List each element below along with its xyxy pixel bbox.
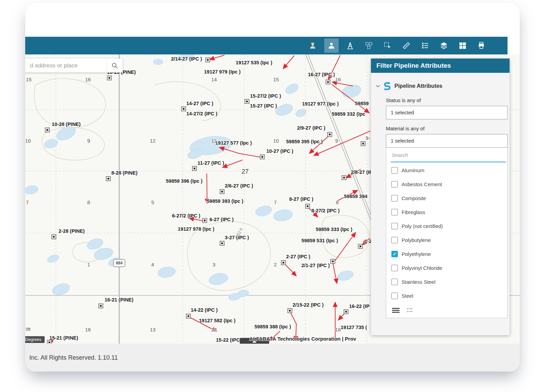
map-label: 19127 735 ( — [341, 325, 367, 330]
material-label: Polybutylene — [402, 237, 431, 243]
map-label: 6-27/2 (IPC ) — [172, 213, 200, 218]
material-option-poly-not-certified-[interactable]: Poly (not certified) — [386, 219, 507, 233]
checkbox-unchecked[interactable] — [391, 265, 398, 271]
material-option-polybutylene[interactable]: Polybutylene — [386, 233, 507, 247]
section-number: 5 — [151, 199, 154, 205]
toolbar-gap — [508, 37, 520, 54]
material-option-polyethylene[interactable]: ✓Polyethylene — [386, 247, 507, 261]
well-marker[interactable] — [107, 76, 112, 80]
material-option-stainless-steel[interactable]: Stainless Steel — [386, 275, 507, 289]
section-number: 16 — [85, 327, 91, 332]
section-number: 10 — [25, 138, 31, 144]
map-label: 59859 393 (Ipc ) — [207, 198, 243, 204]
well-marker[interactable] — [361, 141, 365, 146]
menu-button[interactable] — [392, 308, 400, 313]
section-number: 15 — [273, 77, 279, 82]
well-marker[interactable] — [260, 154, 265, 159]
checkbox-unchecked[interactable] — [391, 167, 398, 174]
map-attribution: ALFADATA Technologies Corporation | Prov — [249, 336, 356, 342]
search-input[interactable] — [25, 59, 107, 72]
well-marker[interactable] — [192, 166, 197, 171]
section-number: 4 — [151, 262, 154, 267]
field-worker-button[interactable] — [306, 38, 320, 53]
checkbox-unchecked[interactable] — [391, 237, 398, 243]
material-label: Aluminum — [402, 167, 424, 173]
well-marker[interactable] — [51, 234, 56, 239]
field-worker-icon — [308, 41, 317, 50]
scale-label: 0ft — [26, 327, 30, 332]
measure-icon — [402, 41, 411, 50]
search-button[interactable] — [107, 59, 123, 72]
material-select[interactable]: 1 selected — [386, 134, 508, 148]
layers-button[interactable] — [437, 38, 451, 53]
print-button[interactable] — [474, 38, 488, 53]
pipeline-logo-icon — [383, 82, 391, 91]
material-field-label: Material is any of — [386, 126, 510, 131]
checkbox-unchecked[interactable] — [391, 279, 398, 285]
status-select[interactable]: 1 selected — [386, 106, 508, 119]
section-number: 9 — [87, 138, 90, 144]
well-marker[interactable] — [330, 259, 335, 264]
material-option-composite[interactable]: Composite — [386, 191, 507, 205]
related-records-button[interactable] — [362, 38, 376, 53]
map-label: 19127 978 (Ipc ) — [178, 226, 214, 232]
material-list-box: AluminumAsbestos CementCompositeFibregla… — [386, 148, 508, 318]
well-marker[interactable] — [98, 304, 103, 308]
well-marker[interactable] — [220, 189, 224, 194]
well-marker[interactable] — [106, 176, 111, 181]
well-marker[interactable] — [326, 80, 330, 84]
well-marker[interactable] — [305, 204, 310, 209]
well-marker[interactable] — [47, 340, 52, 344]
material-option-asbestos-cement[interactable]: Asbestos Cement — [386, 177, 507, 191]
well-marker[interactable] — [186, 314, 191, 318]
map-label: 15-27/2 (IPC ) — [250, 93, 281, 99]
map-label: 19127 977 (Ipc ) — [302, 101, 339, 107]
well-marker[interactable] — [342, 175, 346, 180]
well-marker[interactable] — [344, 309, 348, 314]
well-marker[interactable] — [45, 128, 50, 132]
checkbox-unchecked[interactable] — [391, 293, 398, 299]
well-marker[interactable] — [220, 241, 224, 246]
checkbox-unchecked[interactable] — [391, 181, 398, 187]
section-number: 16 — [335, 327, 341, 332]
chevron-down-icon[interactable] — [376, 85, 380, 88]
oil-derrick-button[interactable] — [343, 38, 357, 53]
map-label: 15-21 (PINE) — [49, 335, 78, 341]
oil-derrick-icon — [346, 41, 355, 50]
identify-button[interactable] — [324, 38, 339, 53]
well-marker[interactable] — [327, 132, 332, 137]
pipeline-attributes-group[interactable]: Pipeline Attributes — [371, 73, 510, 91]
well-marker[interactable] — [181, 107, 186, 111]
map-label: 15-22 (IPC — [216, 337, 240, 343]
checkbox-unchecked[interactable] — [391, 223, 398, 229]
legend-button[interactable] — [418, 38, 432, 53]
map-label: 19127 582 (Ipc ) — [199, 318, 235, 323]
well-marker[interactable] — [245, 99, 249, 104]
well-marker[interactable] — [287, 308, 292, 313]
panel-title: Filter Pipeline Attributes — [371, 59, 510, 73]
well-marker[interactable] — [205, 58, 210, 62]
checkbox-unchecked[interactable] — [391, 195, 398, 201]
material-search-input[interactable] — [391, 152, 508, 158]
material-option-aluminum[interactable]: Aluminum — [386, 163, 507, 177]
filter-panel: Filter Pipeline Attributes Pipeline Attr… — [371, 59, 510, 335]
identify-icon — [327, 41, 336, 50]
material-option-polyvinyl-chloride[interactable]: Polyvinyl Chloride — [386, 261, 507, 275]
section-number: 11 — [211, 138, 217, 144]
well-marker[interactable] — [358, 244, 363, 249]
checkbox-unchecked[interactable] — [391, 209, 398, 215]
map-area[interactable]: 2/14-27 (IPC )19127 535 (Ipc )19127 979 … — [25, 54, 520, 344]
section-number: 10 — [273, 138, 279, 144]
select-button[interactable] — [380, 38, 395, 53]
map-label: 2/6-27 (IPC ) — [225, 183, 253, 189]
highway-shield: 884 — [113, 259, 125, 267]
checkbox-checked[interactable]: ✓ — [391, 251, 398, 257]
basemap-button[interactable] — [455, 38, 470, 53]
material-option-fibreglass[interactable]: Fibreglass — [386, 205, 507, 219]
measure-button[interactable] — [399, 38, 414, 53]
well-marker[interactable] — [202, 218, 207, 223]
select-all-button[interactable] — [406, 307, 413, 313]
material-option-steel[interactable]: Steel — [386, 289, 507, 303]
map-label: 16-27 (IPC ) — [308, 72, 335, 77]
well-marker[interactable] — [281, 260, 286, 265]
